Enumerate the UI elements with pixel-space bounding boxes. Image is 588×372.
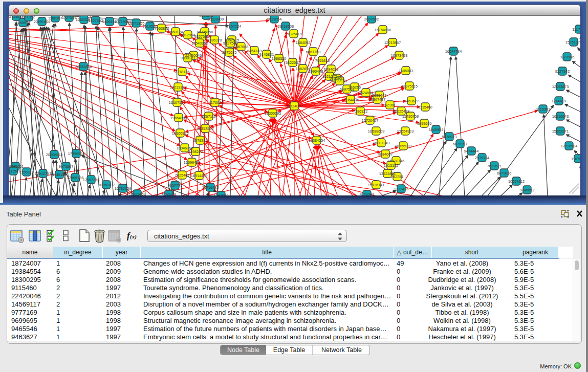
svg-text:12942757: 12942757 bbox=[35, 171, 51, 176]
svg-text:19384554: 19384554 bbox=[309, 138, 325, 143]
svg-text:5938923: 5938923 bbox=[442, 135, 456, 139]
svg-text:17957255: 17957255 bbox=[83, 178, 99, 182]
svg-text:7625402: 7625402 bbox=[175, 173, 189, 178]
svg-text:4498222: 4498222 bbox=[188, 149, 203, 154]
svg-text:2087682: 2087682 bbox=[364, 17, 379, 21]
svg-text:746266: 746266 bbox=[349, 85, 361, 90]
svg-text:1117032: 1117032 bbox=[572, 27, 580, 32]
svg-text:16154808: 16154808 bbox=[375, 28, 391, 32]
svg-text:15751074: 15751074 bbox=[565, 40, 580, 45]
svg-text:16644784: 16644784 bbox=[445, 49, 462, 54]
svg-text:9890123: 9890123 bbox=[181, 56, 195, 60]
svg-text:20053346: 20053346 bbox=[75, 64, 92, 69]
svg-text:7485083: 7485083 bbox=[399, 69, 413, 73]
svg-text:9245652: 9245652 bbox=[520, 188, 534, 192]
svg-text:16033809: 16033809 bbox=[207, 17, 224, 21]
svg-text:9699695: 9699695 bbox=[417, 121, 431, 126]
svg-text:10958107: 10958107 bbox=[98, 183, 115, 187]
svg-text:1244419: 1244419 bbox=[552, 99, 566, 103]
svg-text:1145154: 1145154 bbox=[52, 172, 67, 177]
svg-text:17016504: 17016504 bbox=[561, 144, 577, 148]
svg-text:9227342: 9227342 bbox=[555, 69, 570, 74]
svg-text:8878332: 8878332 bbox=[193, 138, 207, 143]
svg-text:17359928: 17359928 bbox=[68, 151, 84, 156]
svg-text:16914479: 16914479 bbox=[191, 173, 207, 178]
svg-text:20206563: 20206563 bbox=[46, 152, 62, 157]
svg-text:1733426: 1733426 bbox=[394, 187, 408, 191]
svg-text:1527602: 1527602 bbox=[89, 18, 103, 23]
svg-text:15495759: 15495759 bbox=[402, 114, 419, 119]
svg-text:6794028: 6794028 bbox=[324, 67, 338, 72]
svg-text:3911541: 3911541 bbox=[9, 169, 20, 173]
svg-text:19654985: 19654985 bbox=[170, 116, 187, 120]
svg-text:12923468: 12923468 bbox=[129, 192, 145, 195]
svg-text:15226058: 15226058 bbox=[197, 30, 213, 34]
svg-text:10756928: 10756928 bbox=[395, 144, 411, 148]
svg-text:16120746: 16120746 bbox=[388, 159, 404, 163]
svg-text:8190483: 8190483 bbox=[162, 192, 176, 195]
svg-text:16782759: 16782759 bbox=[115, 186, 131, 191]
svg-text:16543362: 16543362 bbox=[191, 41, 208, 46]
svg-text:6879197: 6879197 bbox=[453, 142, 467, 146]
svg-text:12213389: 12213389 bbox=[170, 85, 186, 90]
svg-text:252254: 252254 bbox=[391, 174, 403, 179]
svg-text:21364436: 21364436 bbox=[342, 98, 359, 102]
svg-text:15136141: 15136141 bbox=[368, 183, 384, 187]
svg-text:3875685: 3875685 bbox=[222, 50, 236, 55]
svg-text:9084067: 9084067 bbox=[378, 152, 393, 157]
svg-text:13654923: 13654923 bbox=[397, 129, 413, 134]
svg-text:9657771: 9657771 bbox=[168, 183, 182, 188]
svg-text:8990448: 8990448 bbox=[309, 69, 323, 74]
svg-text:12505135: 12505135 bbox=[67, 176, 83, 180]
svg-text:20835051: 20835051 bbox=[9, 164, 24, 169]
svg-text:18300295: 18300295 bbox=[265, 111, 281, 116]
svg-text:12975115: 12975115 bbox=[401, 84, 418, 89]
svg-text:9329966: 9329966 bbox=[560, 55, 574, 59]
svg-text:8186328: 8186328 bbox=[207, 38, 222, 42]
svg-text:8912954: 8912954 bbox=[181, 33, 195, 37]
svg-text:1156819: 1156819 bbox=[19, 170, 34, 174]
svg-text:9463627: 9463627 bbox=[404, 99, 419, 103]
svg-text:12213967: 12213967 bbox=[384, 40, 401, 45]
svg-text:16099489: 16099489 bbox=[184, 160, 200, 165]
svg-text:1160307: 1160307 bbox=[48, 16, 62, 20]
svg-text:1640954: 1640954 bbox=[429, 127, 443, 132]
svg-text:18724007: 18724007 bbox=[286, 104, 302, 108]
svg-text:1864092: 1864092 bbox=[296, 40, 310, 45]
svg-text:2718126: 2718126 bbox=[175, 70, 189, 74]
svg-text:10973493: 10973493 bbox=[391, 53, 407, 58]
svg-text:3624554: 3624554 bbox=[359, 91, 373, 95]
svg-text:7663822: 7663822 bbox=[155, 26, 169, 31]
svg-text:10807487: 10807487 bbox=[369, 97, 385, 102]
svg-text:15720407: 15720407 bbox=[362, 118, 378, 123]
svg-text:15692971: 15692971 bbox=[552, 129, 569, 134]
svg-text:12093873: 12093873 bbox=[552, 84, 569, 89]
svg-text:1167533: 1167533 bbox=[571, 157, 580, 161]
svg-text:9975867: 9975867 bbox=[59, 164, 73, 169]
svg-text:7857224: 7857224 bbox=[227, 24, 241, 29]
svg-text:9115460: 9115460 bbox=[418, 105, 432, 110]
svg-text:1405571: 1405571 bbox=[16, 20, 30, 25]
svg-text:1615132: 1615132 bbox=[384, 163, 398, 168]
svg-text:1588520: 1588520 bbox=[272, 56, 286, 61]
svg-text:9276303: 9276303 bbox=[360, 192, 374, 195]
svg-text:19218506: 19218506 bbox=[277, 24, 294, 29]
svg-text:6961758: 6961758 bbox=[306, 50, 320, 54]
svg-text:62160: 62160 bbox=[385, 103, 395, 107]
svg-text:10654112: 10654112 bbox=[508, 179, 525, 184]
svg-text:7632621: 7632621 bbox=[487, 164, 502, 168]
svg-text:951952: 951952 bbox=[23, 16, 35, 19]
svg-text:12353594: 12353594 bbox=[197, 126, 213, 131]
svg-text:16107554: 16107554 bbox=[169, 100, 185, 105]
svg-text:7386322: 7386322 bbox=[353, 109, 367, 114]
svg-text:18807249: 18807249 bbox=[373, 141, 389, 145]
svg-text:5822037: 5822037 bbox=[286, 60, 300, 65]
svg-text:9777169: 9777169 bbox=[333, 79, 347, 83]
svg-text:16210643: 16210643 bbox=[552, 114, 569, 119]
svg-text:2935114: 2935114 bbox=[475, 156, 489, 160]
svg-text:1364959: 1364959 bbox=[214, 193, 228, 195]
svg-text:1727559: 1727559 bbox=[62, 16, 76, 20]
svg-text:8813054: 8813054 bbox=[267, 17, 281, 21]
svg-text:8471636: 8471636 bbox=[497, 171, 511, 176]
svg-text:15716485: 15716485 bbox=[202, 185, 219, 190]
